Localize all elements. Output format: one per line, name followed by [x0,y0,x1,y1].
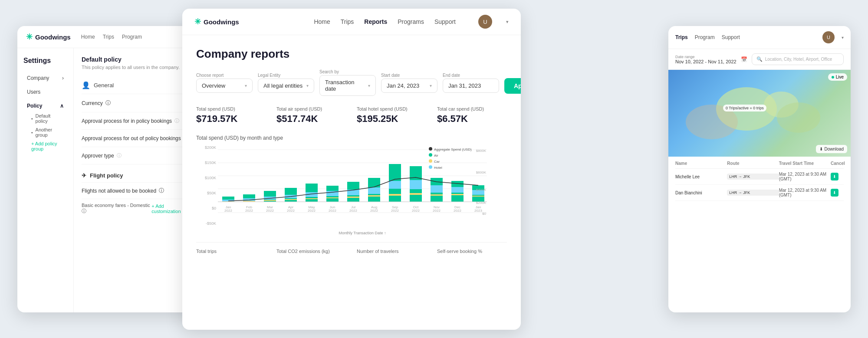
search-chevron-icon: ▾ [368,83,370,88]
left-nav-program[interactable]: Program [122,34,142,40]
doc-icon-1: ▪ [31,116,33,121]
trip-row-0: Michelle Lee LHR → JFK Mar 12, 2023 at 9… [675,169,844,185]
sidebar-policy[interactable]: Policy ∧ ▪ Default policy ▪ Another grou… [23,100,67,153]
sidebar-item-policy[interactable]: Policy ∧ [23,100,67,112]
reports-body: Company reports Choose report Overview ▾… [182,35,521,266]
y-label-2: $100K [196,176,216,180]
left-nav-trips[interactable]: Trips [103,34,114,40]
sidebar-policy-sub: ▪ Default policy ▪ Another group + Add p… [23,112,67,153]
stat-label-2: Total hotel spend (USD) [357,106,427,112]
center-avatar-chevron[interactable]: ▾ [506,19,509,25]
end-date-select[interactable]: Jan 31, 2023 [443,79,499,93]
bottom-stat-label-2: Number of travelers [357,249,399,254]
map-area: 0 Trips/active = 0 trips Live ⬇ Download [668,70,851,157]
col-name: Name [675,161,727,166]
center-nav-bar: ✳ Goodwings Home Trips Reports Programs … [182,9,521,35]
stat-value-1: $517.74K [276,113,346,125]
stat-air-spend: Total air spend (USD) $517.74K [276,106,346,125]
approver-type-row: Approver type ⓘ [82,147,192,164]
svg-text:$600K: $600K [476,171,487,174]
sidebar-default-policy[interactable]: ▪ Default policy [28,112,67,125]
sidebar-item-company[interactable]: Company › [23,72,67,84]
center-nav-programs[interactable]: Programs [398,18,424,25]
sidebar-users[interactable]: Users [23,86,67,98]
stat-hotel-spend: Total hotel spend (USD) $195.25K [357,106,427,125]
search-filter-value: Transaction date [325,79,365,92]
svg-text:Air: Air [434,154,438,158]
page-title: Company reports [196,47,507,61]
svg-rect-44 [472,196,484,197]
search-filter-group: Search by Transaction date ▾ [319,69,376,96]
svg-rect-34 [410,180,422,189]
bottom-stat-label-1: Total CO2 emissions (kg) [276,249,330,254]
flight-section: ✈ Flight policy Flights not allowed to b… [82,169,192,218]
download-button[interactable]: ⬇ Download [816,145,847,153]
report-filter-label: Choose report [196,73,253,78]
flight-policy-label: Flight policy [90,172,123,179]
right-nav-support[interactable]: Support [722,34,740,40]
right-nav-trips[interactable]: Trips [675,34,688,40]
svg-text:$0: $0 [482,212,486,216]
general-row: 👤 General [82,77,192,94]
filter-row: Choose report Overview ▾ Legal Entity Al… [196,69,507,96]
economy-row: Basic economy fares - Domestic ⓘ + Add c… [82,199,192,218]
svg-rect-28 [368,187,380,194]
left-nav-home[interactable]: Home [81,34,95,40]
cancel-btn-1[interactable]: ⬇ [831,189,838,197]
start-time-0: Mar 12, 2023 at 9:30 AM (GMT) [779,172,831,181]
center-brand-name: Goodwings [204,18,239,26]
svg-text:2022: 2022 [245,209,253,213]
apply-button[interactable]: Apply [504,78,521,94]
center-nav-reports[interactable]: Reports [364,18,387,25]
map-pin-label: 0 Trips/active = 0 trips [726,106,764,110]
stat-total-spend: Total spend (USD) $719.57K [196,106,266,125]
sidebar-company[interactable]: Company › [23,72,67,84]
sidebar-item-users[interactable]: Users [23,86,67,98]
svg-text:2022: 2022 [391,209,399,213]
route-1: LHR → JFK [727,190,779,196]
svg-rect-17 [285,199,297,200]
center-nav-trips[interactable]: Trips [341,18,354,25]
center-nav-home[interactable]: Home [314,18,330,25]
trip-row-1: Dan Bianchini LHR → JFK Mar 12, 2023 at … [675,185,844,201]
approval-in-info-icon: ⓘ [174,118,179,124]
stat-label-1: Total air spend (USD) [276,106,346,112]
right-nav-program[interactable]: Program [695,34,715,40]
svg-rect-38 [431,194,443,196]
stat-car-spend: Total car spend (USD) $6.57K [437,106,507,125]
left-sidebar: Settings Company › Users Policy ∧ [17,48,74,312]
right-avatar: U [822,31,835,43]
y-label-0: $200K [196,145,216,150]
start-chevron-icon: ▾ [430,83,432,88]
settings-title: Settings [23,57,67,65]
map-overlay [668,70,851,157]
start-date-select[interactable]: Jan 24, 2023 ▾ [381,79,437,93]
bottom-stat-3: Self-serve booking % [437,249,507,254]
reports-card: ✳ Goodwings Home Trips Reports Programs … [182,9,521,330]
x-axis-label: Monthly Transaction Date ↑ [218,231,507,235]
col-start: Travel Start Time [779,161,831,166]
right-avatar-chevron[interactable]: ▾ [842,35,844,40]
svg-text:2022: 2022 [349,209,357,213]
start-date-value: Jan 24, 2023 [387,82,419,89]
add-policy-button[interactable]: + Add policy group [28,139,67,153]
stat-label-0: Total spend (USD) [196,106,266,112]
cancel-btn-0[interactable]: ⬇ [831,173,838,180]
center-logo-icon: ✳ [194,17,201,26]
report-filter-select[interactable]: Overview ▾ [196,79,253,93]
stat-label-3: Total car spend (USD) [437,106,507,112]
svg-rect-37 [431,185,443,193]
center-nav-support[interactable]: Support [434,18,456,25]
svg-text:2022: 2022 [308,209,316,213]
entity-chevron-icon: ▾ [306,83,309,88]
traveler-name-0: Michelle Lee [675,174,727,179]
left-logo: ✳ Goodwings [26,32,71,42]
entity-filter-select[interactable]: All legal entities ▾ [258,79,314,93]
report-filter-group: Choose report Overview ▾ [196,73,253,93]
search-filter-select[interactable]: Transaction date ▾ [319,75,376,96]
sidebar-another-group[interactable]: ▪ Another group [28,125,67,139]
calendar-icon[interactable]: 📅 [741,56,747,62]
location-search[interactable]: 🔍 Location, City, Hotel, Airport, Office [752,53,844,65]
chart-inner: Jan 2022 Feb 2022 Mar 2022 Apr 2022 May … [218,145,507,235]
chart-container: Total spend (USD) by month and type $200… [196,135,507,235]
